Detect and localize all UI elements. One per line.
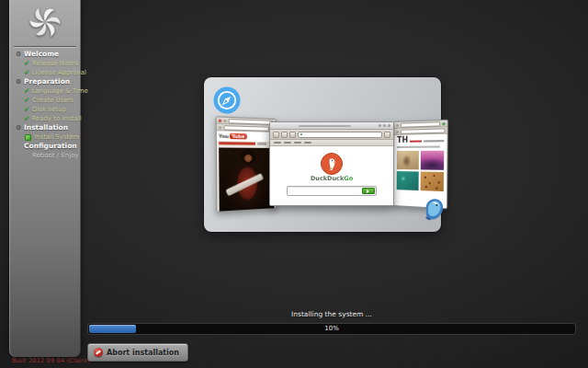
close-icon [388, 124, 390, 127]
bookmark-item-bar [294, 142, 301, 144]
browser-navbar [270, 130, 393, 140]
toolbar-dot-icon [219, 125, 221, 128]
busy-indicator-icon [25, 134, 31, 141]
minimize-icon [379, 124, 381, 127]
blue-fish-mascot-icon [421, 195, 446, 223]
url-field [298, 132, 382, 138]
toolbar-dot-icon [219, 119, 221, 121]
photo-sunset-mountain [421, 151, 444, 170]
check-icon: ✔ [24, 86, 29, 96]
search-bar [401, 128, 445, 133]
heading-text-bar [424, 140, 444, 142]
duckduckgo-page: DuckDuckGo [270, 153, 393, 206]
install-steps-list: ⚙ Welcome ✔ Release Notes ✔ License Appr… [16, 50, 80, 160]
gear-icon: ⚙ [16, 77, 22, 86]
search-bar [223, 125, 269, 132]
window-titlebar [270, 122, 393, 130]
abort-button-label: Abort installation [107, 349, 179, 357]
browser-window-youtube: You Tube [216, 116, 277, 213]
photo-grid [397, 151, 445, 191]
step-ready-to-install: ✔ Ready to Install [16, 114, 80, 123]
toolbar-dot-icon [396, 130, 399, 132]
build-version-label: Built 2012 09 04 (Claire) [12, 357, 90, 364]
gallery-heading: TH [397, 137, 408, 144]
video-player-guitarist [219, 147, 274, 212]
step-language-time: ✔ Language & Time [16, 86, 80, 96]
installer-screen: ⚙ Welcome ✔ Release Notes ✔ License Appr… [0, 0, 588, 368]
step-reboot-enjoy: Reboot / Enjoy [16, 151, 80, 160]
gear-icon: ⚙ [16, 123, 22, 132]
step-release-notes: ✔ Release Notes [16, 59, 80, 68]
abort-installation-button[interactable]: Abort installation [87, 343, 188, 362]
status-message: Installing the system ... [87, 310, 576, 318]
sidebar: ⚙ Welcome ✔ Release Notes ✔ License Appr… [9, 0, 81, 357]
stop-icon [94, 348, 103, 357]
step-install-system: Install System [16, 132, 80, 142]
photo-teal-water [397, 171, 419, 190]
check-icon: ✔ [24, 114, 29, 123]
toolbar-dot-icon [396, 123, 399, 126]
bookmark-item-bar [284, 142, 291, 144]
white-guitar-shape [225, 174, 263, 197]
step-disk-setup: ✔ Disk setup [16, 105, 80, 114]
progress-label: 10% [88, 324, 575, 334]
web-browser-compass-icon [213, 86, 241, 114]
photo-leopard [421, 172, 444, 192]
check-icon: ✔ [24, 105, 30, 114]
menu-button-icon [384, 132, 390, 138]
check-icon: ✔ [24, 96, 30, 105]
subheading-text-bar [397, 145, 440, 148]
heading-accent-bar [410, 140, 422, 142]
bookmark-item-bar [274, 142, 281, 144]
bookmark-item-bar [304, 142, 311, 144]
progress-bar: 10% [87, 323, 576, 335]
step-license-approval: ✔ License Approval [16, 68, 80, 77]
back-button-icon [273, 132, 279, 138]
duckduckgo-duck-logo-icon [321, 153, 343, 175]
duckduckgo-wordmark: DuckDuckGo [270, 176, 393, 182]
maximize-icon [383, 124, 386, 127]
browser-window-duckduckgo: DuckDuckGo [269, 121, 394, 206]
titlebar-text-bar [299, 125, 351, 127]
youtube-logo: You Tube [217, 131, 276, 142]
toolbar-dot-icon [223, 119, 226, 121]
sidebar-divider [14, 46, 76, 48]
step-create-users: ✔ Create Users [16, 96, 80, 105]
distro-pinwheel-logo-icon [9, 5, 81, 43]
url-bar [401, 121, 440, 128]
bookmarks-bar [270, 140, 393, 146]
search-submit-button [362, 188, 375, 194]
toolbar-dot-icon [442, 121, 445, 124]
step-section-welcome: ⚙ Welcome [16, 50, 80, 59]
step-section-preparation: ⚙ Preparation [16, 77, 80, 86]
forward-button-icon [281, 132, 288, 138]
slideshow-panel: You Tube TH [204, 77, 441, 232]
step-section-configuration: Configuration [16, 142, 80, 151]
photo-sand [397, 151, 419, 170]
step-section-installation: ⚙ Installation [16, 123, 80, 132]
check-icon: ✔ [24, 68, 29, 77]
check-icon: ✔ [24, 59, 30, 68]
url-bar [229, 118, 274, 124]
reload-button-icon [289, 132, 296, 138]
gallery-page-body: TH [394, 134, 447, 194]
favicon [300, 133, 302, 135]
video-title-placeholder [219, 142, 274, 147]
gear-icon: ⚙ [16, 50, 22, 59]
duckduckgo-search-box [287, 186, 377, 196]
